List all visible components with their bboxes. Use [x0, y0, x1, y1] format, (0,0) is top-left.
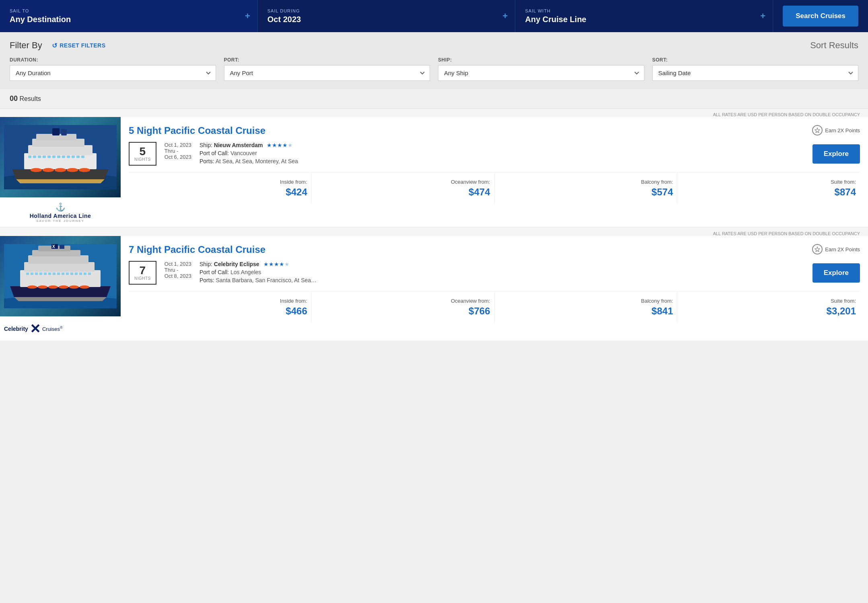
svg-point-24 [79, 168, 90, 172]
price-amount: $874 [681, 187, 856, 198]
price-type: Suite from: [681, 298, 856, 304]
celebrity-x-icon: ✕ [30, 321, 41, 336]
nights-label: NIGHTS [134, 276, 151, 281]
star-rating: ★★★★★ [263, 261, 290, 267]
ship-info-label: Ship: [200, 142, 212, 148]
ports-row: Ports: Santa Barbara, San Francisco, At … [200, 277, 317, 283]
svg-rect-47 [79, 273, 82, 275]
star-filled-icon: ★ [277, 142, 282, 148]
sort-filter-group: SORT: Sailing Date [652, 57, 859, 81]
price-cell: Oceanview from: $474 [312, 172, 495, 204]
sail-during-label: SAIL DURING [267, 8, 506, 13]
svg-point-51 [38, 285, 47, 289]
earn-points-label: Earn 2X Points [825, 246, 860, 252]
reset-filters-button[interactable]: ↺ RESET FILTERS [52, 42, 106, 49]
port-of-call-row: Port of Call: Vancouver [200, 150, 298, 156]
star-half-icon: ★ [288, 142, 293, 148]
port-filter-group: PORT: Any Port [224, 57, 430, 81]
rate-notice: ALL RATES ARE USD PER PERSON BASED ON DO… [0, 109, 868, 117]
filter-bar: Filter By ↺ RESET FILTERS Sort Results D… [0, 32, 868, 89]
price-grid: Inside from: $424 Oceanview from: $474 B… [129, 172, 860, 204]
svg-point-21 [43, 168, 54, 172]
price-type: Oceanview from: [316, 179, 490, 185]
sail-during-section[interactable]: SAIL DURING Oct 2023 + [258, 0, 516, 32]
star-filled-icon: ★ [282, 142, 288, 148]
svg-point-55 [80, 285, 89, 289]
svg-rect-34 [60, 245, 64, 249]
svg-rect-8 [28, 156, 31, 158]
port-select[interactable]: Any Port [224, 65, 430, 81]
price-cell: Oceanview from: $766 [312, 291, 495, 323]
price-cell: Inside from: $466 [129, 291, 312, 323]
price-cell: Suite from: $3,201 [677, 291, 860, 323]
results-number: 00 [10, 94, 18, 103]
price-amount: $766 [316, 306, 490, 317]
date-thru: Thru - [165, 267, 191, 273]
search-button-section: Search Cruises [773, 0, 868, 32]
price-type: Suite from: [681, 179, 856, 185]
port-of-call-label: Port of Call: [200, 150, 229, 156]
sail-to-plus-icon: + [245, 11, 250, 21]
star-filled-icon: ★ [269, 261, 274, 267]
sort-select[interactable]: Sailing Date [652, 65, 859, 81]
explore-button[interactable]: Explore [812, 263, 860, 283]
date-from: Oct 1, 2023 [165, 261, 191, 267]
sort-results-title: Sort Results [810, 40, 858, 51]
price-amount: $841 [499, 306, 673, 317]
date-range: Oct 1, 2023 Thru - Oct 6, 2023 [165, 142, 191, 160]
ship-label: SHIP: [438, 57, 644, 63]
date-to: Oct 6, 2023 [165, 154, 191, 160]
price-cell: Suite from: $874 [677, 172, 860, 204]
svg-rect-49 [88, 273, 91, 275]
star-filled-icon: ★ [263, 261, 269, 267]
date-to: Oct 8, 2023 [165, 273, 191, 279]
sail-during-plus-icon: + [503, 11, 508, 21]
cruise-list: ALL RATES ARE USD PER PERSON BASED ON DO… [0, 109, 868, 340]
price-type: Oceanview from: [316, 298, 490, 304]
ports: Santa Barbara, San Francisco, At Sea… [216, 277, 317, 283]
cruise-title[interactable]: 5 Night Pacific Coastal Cruise [129, 125, 265, 136]
ship-info: Ship: Celebrity Eclipse ★★★★★ Port of Ca… [200, 261, 317, 283]
search-cruises-button[interactable]: Search Cruises [783, 6, 858, 27]
ports-label: Ports: [200, 277, 214, 283]
cruise-line-logo-area: ⚓ Holland America Line SAVOR THE JOURNEY [0, 197, 121, 227]
explore-button[interactable]: Explore [812, 144, 860, 164]
price-cell: Balcony from: $574 [495, 172, 678, 204]
cruise-title[interactable]: 7 Night Pacific Coastal Cruise [129, 244, 265, 255]
sail-with-section[interactable]: SAIL WITH Any Cruise Line + [515, 0, 773, 32]
star-filled-icon: ★ [279, 261, 284, 267]
svg-rect-43 [62, 273, 64, 275]
star-filled-icon: ★ [274, 261, 279, 267]
svg-rect-44 [66, 273, 69, 275]
sail-with-plus-icon: + [760, 11, 765, 21]
card-content: 7 Night Pacific Coastal Cruise Earn 2X P… [121, 236, 868, 340]
cruise-line-tagline: SAVOR THE JOURNEY [36, 219, 84, 223]
date-from: Oct 1, 2023 [165, 142, 191, 148]
port-of-call: Los Angeles [230, 269, 261, 275]
card-top: 5 Night Pacific Coastal Cruise Earn 2X P… [129, 125, 860, 136]
nights-number: 5 [134, 146, 151, 157]
sail-with-value: Any Cruise Line [525, 15, 763, 24]
earn-points: Earn 2X Points [812, 244, 860, 254]
duration-select[interactable]: Any Duration [10, 65, 216, 81]
price-amount: $3,201 [681, 306, 856, 317]
svg-point-22 [55, 168, 66, 172]
anchor-icon: ⚓ [56, 202, 66, 212]
filter-header: Filter By ↺ RESET FILTERS Sort Results [10, 40, 858, 51]
svg-rect-9 [33, 156, 36, 158]
svg-rect-45 [70, 273, 73, 275]
ship-filter-group: SHIP: Any Ship [438, 57, 644, 81]
points-icon [812, 125, 823, 135]
price-cell: Balcony from: $841 [495, 291, 678, 323]
price-type: Balcony from: [499, 179, 673, 185]
date-range: Oct 1, 2023 Thru - Oct 8, 2023 [165, 261, 191, 279]
price-type: Balcony from: [499, 298, 673, 304]
nights-label: NIGHTS [134, 157, 151, 162]
ship-select[interactable]: Any Ship [438, 65, 644, 81]
svg-point-50 [27, 285, 37, 289]
sail-to-section[interactable]: SAIL TO Any Destination + [0, 0, 258, 32]
earn-points-label: Earn 2X Points [825, 127, 860, 133]
svg-rect-15 [62, 156, 65, 158]
card-body: X Celebrity ✕ Cruises® 7 Night Pacific C… [0, 236, 868, 340]
cruise-line-logo: ⚓ Holland America Line SAVOR THE JOURNEY [4, 202, 117, 223]
